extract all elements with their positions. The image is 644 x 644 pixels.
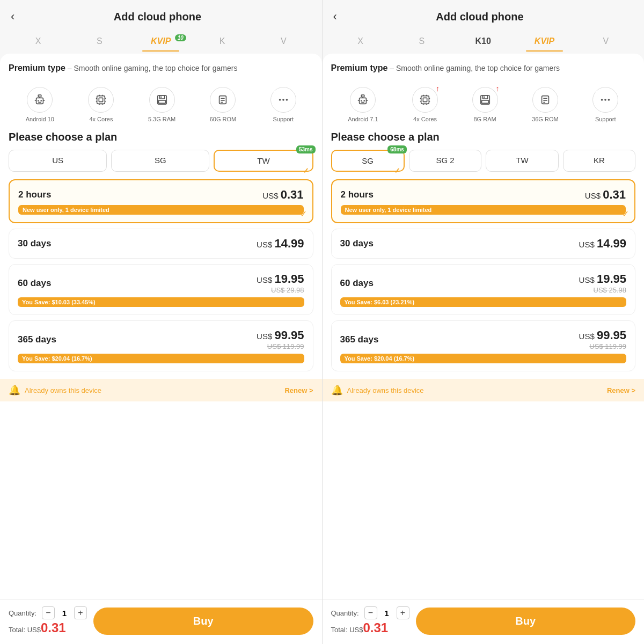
plan-card-row: 365 days US$ 99.95 US$ 119.99 — [18, 328, 304, 350]
svg-rect-37 — [421, 96, 429, 104]
quantity-plus-button[interactable]: + — [397, 606, 409, 619]
header-title: Add cloud phone — [342, 11, 617, 23]
svg-rect-29 — [360, 98, 367, 104]
tab-underline — [526, 50, 563, 52]
premium-section: Premium type – Smooth online gaming, the… — [331, 63, 636, 73]
svg-rect-30 — [362, 95, 365, 97]
svg-rect-20 — [160, 97, 162, 98]
tab-k[interactable]: K — [192, 32, 253, 52]
spec-label: Android 10 — [26, 116, 54, 122]
plan-price-block: US$ 14.99 — [257, 237, 304, 251]
header: ‹ Add cloud phone — [323, 0, 645, 29]
spec-label: 60G ROM — [210, 116, 237, 122]
premium-title: Premium type — [9, 63, 65, 72]
plan-card-3[interactable]: 365 days US$ 99.95 US$ 119.99 You Save: … — [331, 320, 636, 371]
location-btn-sg[interactable]: SG — [111, 150, 209, 172]
svg-point-27 — [282, 99, 284, 101]
plan-duration: 60 days — [18, 278, 51, 289]
plan-card-1[interactable]: 30 days US$ 14.99 — [331, 229, 636, 259]
svg-rect-19 — [159, 96, 164, 99]
svg-rect-1 — [39, 95, 42, 97]
spec-icon-circle — [88, 87, 114, 113]
plan-card-2[interactable]: 60 days US$ 19.95 US$ 29.98 You Save: $1… — [9, 264, 313, 315]
total-label: Total: — [331, 626, 350, 634]
quantity-plus-button[interactable]: + — [74, 606, 87, 619]
quantity-label: Quantity: — [331, 609, 359, 617]
spec-item-3: 36G ROM — [532, 87, 559, 122]
upgrade-arrow-icon: ↑ — [436, 84, 440, 93]
plan-price-prefix: US$ — [579, 240, 597, 249]
plan-card-row: 60 days US$ 19.95 US$ 25.98 — [340, 272, 627, 294]
plan-card-row: 2 hours US$ 0.31 — [341, 188, 626, 202]
specs-row: Android 7.1 ↑ 4x Cores ↑ 8G RAM 36G ROM … — [331, 87, 636, 122]
plan-card-row: 30 days US$ 14.99 — [340, 237, 627, 251]
location-btn-tw[interactable]: TW — [486, 150, 558, 172]
back-button[interactable]: ‹ — [11, 10, 14, 24]
premium-section: Premium type – Smooth online gaming, the… — [9, 63, 313, 73]
tab-x[interactable]: X — [8, 32, 69, 52]
spec-item-4: Support — [592, 87, 618, 122]
total-price: 0.31 — [41, 620, 66, 635]
svg-point-4 — [41, 100, 42, 101]
spec-item-0: Android 7.1 — [348, 87, 378, 122]
location-btn-us[interactable]: US — [9, 150, 107, 172]
already-owns-text: Already owns this device — [25, 386, 101, 394]
plan-price-prefix: US$ — [257, 240, 274, 249]
svg-rect-38 — [423, 98, 427, 101]
tab-s[interactable]: S — [391, 32, 452, 52]
buy-button[interactable]: Buy — [93, 608, 313, 635]
plan-price-main: 19.95 — [597, 272, 626, 286]
plan-badge: New user only, 1 device limited — [18, 205, 304, 215]
location-btn-kr[interactable]: KR — [563, 150, 635, 172]
tab-kvip[interactable]: KVIP10 — [130, 32, 192, 52]
tab-kvip[interactable]: KVIP — [514, 32, 575, 52]
plan-card-3[interactable]: 365 days US$ 99.95 US$ 119.99 You Save: … — [9, 320, 313, 371]
renew-link[interactable]: Renew > — [607, 386, 635, 394]
back-button[interactable]: ‹ — [333, 10, 337, 24]
location-check-icon: ✓ — [303, 166, 309, 175]
quantity-minus-button[interactable]: − — [42, 606, 55, 619]
premium-title: Premium type — [331, 63, 388, 72]
tab-v[interactable]: V — [253, 32, 314, 52]
plan-price-prefix: US$ — [262, 191, 280, 200]
renew-link[interactable]: Renew > — [284, 386, 313, 394]
location-check-icon: ✓ — [394, 166, 400, 175]
tab-badge: 10 — [175, 34, 186, 41]
spec-label: Android 7.1 — [348, 116, 378, 122]
spec-item-1: 4x Cores — [88, 87, 114, 122]
spec-icon-circle — [210, 87, 236, 113]
plan-card-1[interactable]: 30 days US$ 14.99 — [9, 229, 313, 259]
location-btn-tw[interactable]: TW53ms✓ — [214, 150, 313, 172]
premium-subtitle: – Smooth online gaming, the top choice f… — [65, 64, 238, 72]
quantity-minus-button[interactable]: − — [364, 606, 377, 619]
spec-label: 5.3G RAM — [148, 116, 175, 122]
already-owns-text: Already owns this device — [347, 386, 424, 394]
total-price: 0.31 — [363, 620, 388, 635]
quantity-value: 1 — [60, 609, 69, 618]
already-owns-bar: 🔔 Already owns this device Renew > — [0, 379, 322, 401]
spec-icon-circle — [27, 87, 53, 113]
plan-price-main: 14.99 — [274, 237, 304, 250]
plan-section-title: Please choose a plan — [331, 131, 636, 143]
plan-card-0[interactable]: 2 hours US$ 0.31 New user only, 1 device… — [9, 179, 313, 223]
total-currency: US$ — [349, 626, 363, 634]
tab-s[interactable]: S — [69, 32, 130, 52]
plan-price-main: 99.95 — [274, 328, 304, 342]
buy-button[interactable]: Buy — [416, 608, 635, 635]
bottom-bar: Quantity: − 1 + Total: US$0.31 Buy — [323, 599, 645, 644]
spec-item-1: ↑ 4x Cores — [412, 87, 438, 122]
location-btn-sg[interactable]: SG68ms✓ — [331, 150, 405, 172]
location-btn-sg-2[interactable]: SG 2 — [409, 150, 481, 172]
location-ms-badge: 53ms — [296, 145, 316, 153]
tab-x[interactable]: X — [330, 32, 391, 52]
plan-duration: 60 days — [340, 278, 374, 289]
tabs-row: XSK10KVIPV — [323, 29, 645, 52]
plan-card-0[interactable]: 2 hours US$ 0.31 New user only, 1 device… — [331, 179, 636, 223]
tab-k10[interactable]: K10 — [452, 32, 514, 52]
tab-v[interactable]: V — [575, 32, 636, 52]
plan-card-2[interactable]: 60 days US$ 19.95 US$ 25.98 You Save: $6… — [331, 264, 636, 315]
spec-icon-circle — [350, 87, 376, 113]
plan-duration: 2 hours — [18, 189, 51, 200]
plan-duration: 30 days — [18, 238, 51, 249]
plan-badge: You Save: $20.04 (16.7%) — [18, 354, 304, 363]
